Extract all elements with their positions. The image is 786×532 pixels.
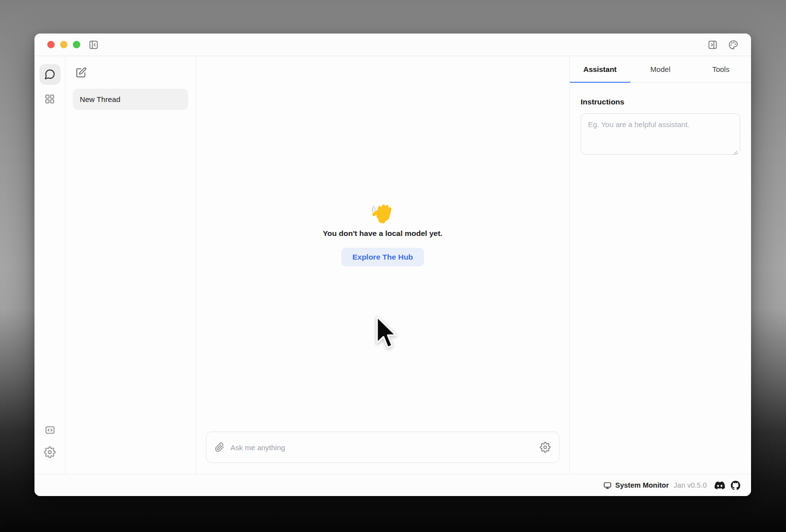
traffic-lights xyxy=(47,41,80,48)
waving-hand-emoji-icon xyxy=(371,201,394,225)
sidebar-item-settings[interactable] xyxy=(39,442,61,462)
sidebar-rail xyxy=(34,56,66,474)
status-bar: System Monitor Jan v0.5.0 xyxy=(34,474,751,496)
panel-left-collapse-icon[interactable] xyxy=(89,40,98,50)
panel-right-toggle-icon[interactable] xyxy=(708,40,718,50)
sidebar-item-hub[interactable] xyxy=(39,89,61,109)
theme-palette-icon[interactable] xyxy=(728,40,738,50)
monitor-icon xyxy=(603,481,612,490)
discord-icon[interactable] xyxy=(715,481,725,490)
new-thread-compose-icon[interactable] xyxy=(76,67,87,78)
empty-state-message: You don't have a local model yet. xyxy=(323,229,443,238)
window-body: New Thread xyxy=(34,56,751,474)
thread-list-panel: New Thread xyxy=(66,56,196,474)
system-monitor-label: System Monitor xyxy=(615,481,669,489)
textarea-resize-handle[interactable] xyxy=(733,148,738,153)
app-window: New Thread xyxy=(34,33,751,496)
tab-assistant[interactable]: Assistant xyxy=(570,56,630,82)
grid-icon xyxy=(44,93,56,105)
github-icon[interactable] xyxy=(731,481,740,490)
main-chat-area: You don't have a local model yet. Explor… xyxy=(196,56,569,474)
empty-state: You don't have a local model yet. Explor… xyxy=(196,56,569,432)
sidebar-item-chat[interactable] xyxy=(39,64,61,85)
chat-bubble-icon xyxy=(44,68,56,80)
instructions-textarea[interactable] xyxy=(581,113,740,155)
instructions-heading: Instructions xyxy=(581,98,740,106)
explore-hub-button[interactable]: Explore The Hub xyxy=(341,248,424,266)
zoom-window-button[interactable] xyxy=(73,41,80,48)
system-monitor-button[interactable]: System Monitor xyxy=(603,481,669,490)
tab-tools[interactable]: Tools xyxy=(690,56,751,82)
app-version-label: Jan v0.5.0 xyxy=(674,481,707,489)
sidebar-item-local-api-server[interactable] xyxy=(39,421,61,438)
thread-list-item[interactable]: New Thread xyxy=(73,89,188,110)
attachment-paperclip-icon[interactable] xyxy=(215,442,225,452)
panel-tabs: Assistant Model Tools xyxy=(570,56,751,83)
chat-settings-gear-icon[interactable] xyxy=(540,442,551,453)
tab-model[interactable]: Model xyxy=(630,56,691,82)
minimize-window-button[interactable] xyxy=(60,41,67,48)
chat-input-bar[interactable] xyxy=(206,432,559,463)
close-window-button[interactable] xyxy=(47,41,55,48)
assistant-settings-panel: Assistant Model Tools Instructions xyxy=(569,56,751,474)
thread-title: New Thread xyxy=(80,95,120,103)
title-bar xyxy=(34,33,751,56)
gear-icon xyxy=(44,446,56,458)
chat-message-input[interactable] xyxy=(230,443,540,452)
code-square-icon xyxy=(44,424,56,435)
